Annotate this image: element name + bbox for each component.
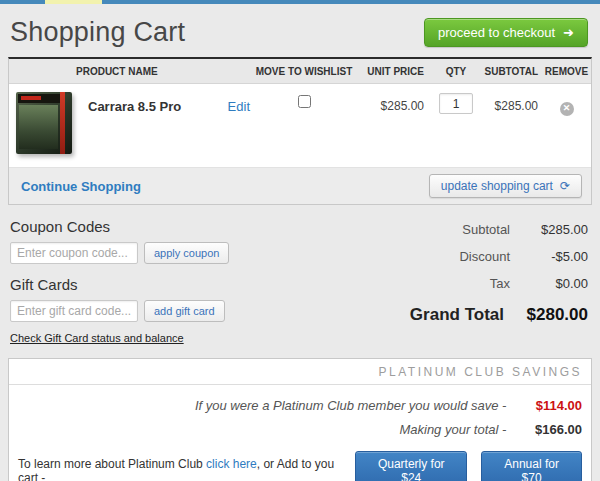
platinum-club-savings-body: If you were a Platinum Club member you w… [9, 385, 591, 481]
codes-column: Coupon Codes apply coupon Gift Cards add… [10, 218, 310, 346]
quarterly-membership-button[interactable]: Quarterly for $24 [355, 451, 467, 481]
coupon-row: apply coupon [10, 242, 310, 264]
top-accent-strip-yellow-segment [45, 0, 102, 4]
product-box-logo [21, 96, 41, 100]
subtotal-row: Subtotal $285.00 [310, 222, 588, 237]
edit-item-link[interactable]: Edit [228, 99, 250, 114]
remove-cell: ✕ [542, 84, 591, 167]
subtotal-label: Subtotal [462, 222, 510, 237]
cart-table-header: PRODUCT NAME MOVE TO WISHLIST UNIT PRICE… [9, 59, 591, 84]
checkout-button-label: proceed to checkout [438, 25, 555, 40]
platinum-club-savings-panel: PLATINUM CLUB SAVINGS If you were a Plat… [8, 358, 592, 481]
subtotal-value: $285.00 [510, 222, 588, 237]
coupon-code-input[interactable] [10, 242, 138, 264]
gift-card-row: add gift card [10, 300, 310, 322]
discount-value: -$5.00 [510, 249, 588, 264]
product-box-artwork [19, 105, 58, 149]
column-header-remove: REMOVE [542, 59, 591, 83]
learn-more-line: To learn more about Platinum Club click … [18, 451, 582, 481]
column-header-subtotal: SUBTOTAL [480, 59, 542, 83]
member-savings-value: $114.00 [510, 398, 582, 413]
gift-cards-heading: Gift Cards [10, 276, 310, 293]
making-total-text: Making your total - [399, 422, 506, 437]
learn-more-text: To learn more about Platinum Club click … [18, 457, 341, 481]
arrow-right-icon: ➜ [563, 26, 574, 39]
unit-price: $285.00 [354, 84, 432, 167]
grand-total-label: Grand Total [410, 305, 504, 325]
move-to-wishlist-checkbox[interactable] [298, 95, 311, 108]
top-accent-strip [0, 0, 600, 4]
add-gift-card-button[interactable]: add gift card [144, 300, 225, 322]
quantity-input[interactable] [439, 93, 473, 114]
page-title: Shopping Cart [10, 17, 185, 48]
product-cell: Carrara 8.5 Pro Edit [9, 84, 254, 167]
proceed-to-checkout-button-top[interactable]: proceed to checkout ➜ [424, 18, 588, 47]
cart-table: PRODUCT NAME MOVE TO WISHLIST UNIT PRICE… [8, 57, 592, 205]
gift-card-status-link[interactable]: Check Gift Card status and balance [10, 332, 184, 344]
continue-shopping-link[interactable]: Continue Shopping [21, 179, 141, 194]
wishlist-cell [254, 84, 354, 167]
codes-and-totals-section: Coupon Codes apply coupon Gift Cards add… [0, 205, 600, 346]
learn-more-prefix: To learn more about Platinum Club [18, 457, 206, 471]
qty-cell [432, 84, 480, 167]
product-name: Carrara 8.5 Pro [88, 99, 228, 114]
member-savings-line: If you were a Platinum Club member you w… [18, 398, 582, 413]
discount-label: Discount [459, 249, 510, 264]
item-subtotal: $285.00 [480, 84, 542, 167]
update-shopping-cart-button[interactable]: update shopping cart ⟳ [429, 174, 582, 198]
platinum-club-savings-title: PLATINUM CLUB SAVINGS [9, 359, 591, 385]
remove-item-icon[interactable]: ✕ [560, 102, 574, 116]
product-thumbnail[interactable] [16, 92, 72, 154]
tax-label: Tax [490, 276, 510, 291]
member-savings-text: If you were a Platinum Club member you w… [195, 398, 506, 413]
cart-table-footer: Continue Shopping update shopping cart ⟳ [9, 168, 591, 204]
column-header-unit-price: UNIT PRICE [354, 59, 432, 83]
discount-row: Discount -$5.00 [310, 249, 588, 264]
product-box-spine [60, 92, 65, 154]
making-total-line: Making your total - $166.00 [18, 422, 582, 437]
update-cart-label: update shopping cart [441, 179, 553, 193]
refresh-icon: ⟳ [560, 180, 570, 192]
coupon-codes-heading: Coupon Codes [10, 218, 310, 235]
column-header-product-name: PRODUCT NAME [9, 59, 254, 83]
cart-item-row: Carrara 8.5 Pro Edit $285.00 $285.00 ✕ [9, 84, 591, 168]
click-here-link[interactable]: click here [206, 457, 257, 471]
grand-total-value: $280.00 [504, 305, 588, 325]
page-header: Shopping Cart proceed to checkout ➜ [0, 4, 600, 57]
column-header-move-to-wishlist: MOVE TO WISHLIST [254, 59, 354, 83]
tax-value: $0.00 [510, 276, 588, 291]
annual-membership-button[interactable]: Annual for $70 [481, 451, 582, 481]
gift-card-code-input[interactable] [10, 300, 138, 322]
totals-column: Subtotal $285.00 Discount -$5.00 Tax $0.… [310, 218, 588, 346]
grand-total-row: Grand Total $280.00 [310, 305, 588, 325]
making-total-value: $166.00 [510, 422, 582, 437]
apply-coupon-button[interactable]: apply coupon [144, 242, 229, 264]
tax-row: Tax $0.00 [310, 276, 588, 291]
column-header-qty: QTY [432, 59, 480, 83]
